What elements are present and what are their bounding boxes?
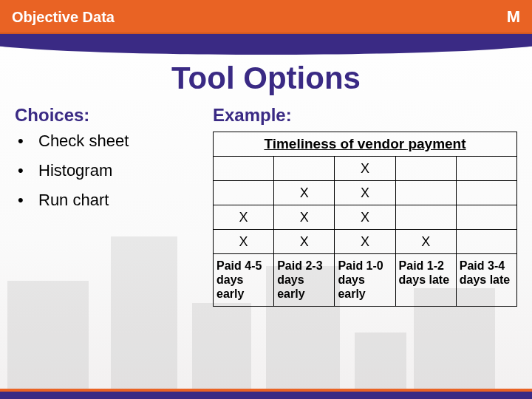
table-row: X X xyxy=(214,181,517,205)
column-label: Paid 3-4 days late xyxy=(456,254,516,307)
footer-bar xyxy=(0,392,532,399)
tally-cell: X xyxy=(335,181,395,205)
tally-cell: X xyxy=(274,205,335,230)
choices-column: Choices: • Check sheet • Histogram • Run… xyxy=(15,105,200,307)
example-heading: Example: xyxy=(213,105,517,126)
choice-label: Histogram xyxy=(38,161,112,180)
table-row: X xyxy=(214,157,517,181)
tally-cell: X xyxy=(335,230,395,254)
tally-cell: X xyxy=(214,205,274,230)
table-row: Timeliness of vendor payment xyxy=(214,132,517,157)
tally-cell xyxy=(456,230,516,254)
tally-cell xyxy=(214,181,274,205)
table-row: Paid 4-5 days early Paid 2-3 days early … xyxy=(214,254,517,307)
tally-cell xyxy=(274,157,335,181)
slide-content: Tool Options Choices: • Check sheet • Hi… xyxy=(0,34,532,307)
bullet-icon: • xyxy=(18,161,28,180)
column-label: Paid 4-5 days early xyxy=(214,254,274,307)
header-corner-label: M xyxy=(507,7,520,27)
column-label: Paid 1-2 days late xyxy=(395,254,456,307)
column-label: Paid 1-0 days early xyxy=(335,254,395,307)
tally-cell: X xyxy=(335,205,395,230)
table-title: Timeliness of vendor payment xyxy=(214,132,517,157)
bullet-icon: • xyxy=(18,191,28,210)
tally-cell xyxy=(214,157,274,181)
slide-title: Tool Options xyxy=(15,61,517,96)
tally-cell: X xyxy=(335,157,395,181)
choice-item: • Check sheet xyxy=(18,132,200,151)
table-row: X X X X xyxy=(214,230,517,254)
tally-cell xyxy=(395,205,456,230)
choice-label: Check sheet xyxy=(38,132,129,151)
tally-cell: X xyxy=(395,230,456,254)
tally-cell xyxy=(456,157,516,181)
choice-item: • Histogram xyxy=(18,161,200,180)
header-title: Objective Data xyxy=(12,9,115,26)
column-label: Paid 2-3 days early xyxy=(274,254,335,307)
tally-cell: X xyxy=(214,230,274,254)
tally-cell xyxy=(456,181,516,205)
choice-label: Run chart xyxy=(38,191,109,210)
tally-cell: X xyxy=(274,230,335,254)
table-row: X X X xyxy=(214,205,517,230)
header-bar: Objective Data M xyxy=(0,0,532,34)
check-sheet-table: Timeliness of vendor payment X X X xyxy=(213,132,517,307)
tally-cell xyxy=(395,181,456,205)
example-column: Example: Timeliness of vendor payment X … xyxy=(213,105,517,307)
tally-cell xyxy=(456,205,516,230)
tally-cell: X xyxy=(274,181,335,205)
choice-item: • Run chart xyxy=(18,191,200,210)
bullet-icon: • xyxy=(18,132,28,151)
tally-cell xyxy=(395,157,456,181)
choices-heading: Choices: xyxy=(15,105,200,126)
